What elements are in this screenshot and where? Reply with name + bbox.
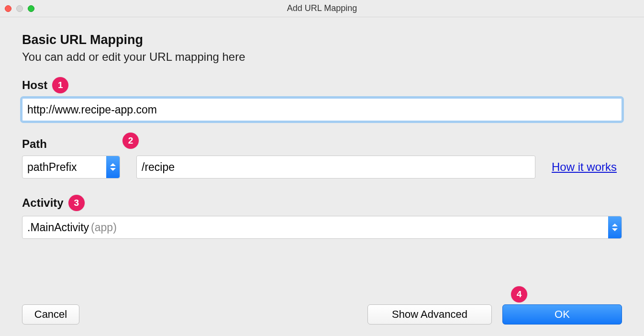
- svg-marker-2: [612, 224, 618, 226]
- host-label-text: Host: [22, 78, 47, 92]
- svg-marker-1: [110, 168, 116, 171]
- path-controls: pathPrefix How it works: [22, 156, 622, 179]
- path-label: Path: [22, 137, 622, 151]
- how-it-works-link[interactable]: How it works: [552, 160, 617, 174]
- ok-button[interactable]: OK: [502, 304, 622, 325]
- section-description: You can add or edit your URL mapping her…: [22, 50, 622, 64]
- path-input[interactable]: [136, 156, 535, 179]
- activity-label-text: Activity: [22, 196, 64, 210]
- activity-row: Activity 3 .MainActivity (app): [22, 195, 622, 239]
- activity-value-secondary: (app): [91, 221, 117, 234]
- host-input[interactable]: [22, 98, 622, 121]
- cancel-button[interactable]: Cancel: [22, 304, 79, 325]
- callout-badge-1: 1: [52, 77, 68, 93]
- ok-button-wrap: 4 OK: [502, 304, 622, 325]
- callout-badge-2: 2: [122, 133, 139, 149]
- path-type-select[interactable]: pathPrefix: [22, 156, 120, 179]
- titlebar: Add URL Mapping: [0, 0, 644, 17]
- select-stepper-icon: [608, 216, 622, 238]
- dialog-content: Basic URL Mapping You can add or edit yo…: [0, 17, 644, 336]
- activity-label: Activity 3: [22, 195, 622, 211]
- section-title: Basic URL Mapping: [22, 33, 622, 47]
- window-title: Add URL Mapping: [0, 3, 644, 13]
- button-row: Cancel Show Advanced 4 OK: [22, 285, 622, 325]
- svg-marker-3: [612, 228, 618, 231]
- activity-select[interactable]: .MainActivity (app): [22, 216, 622, 239]
- select-stepper-icon: [106, 156, 120, 178]
- activity-value-main: .MainActivity: [27, 221, 89, 234]
- path-type-value: pathPrefix: [27, 161, 77, 174]
- path-label-text: Path: [22, 137, 47, 151]
- show-advanced-button[interactable]: Show Advanced: [367, 304, 492, 325]
- svg-marker-0: [110, 163, 116, 166]
- callout-badge-4: 4: [511, 286, 527, 302]
- path-row: Path 2 pathPrefix How it works: [22, 137, 622, 179]
- host-label: Host 1: [22, 77, 622, 93]
- callout-badge-3: 3: [68, 195, 85, 211]
- host-row: Host 1: [22, 77, 622, 121]
